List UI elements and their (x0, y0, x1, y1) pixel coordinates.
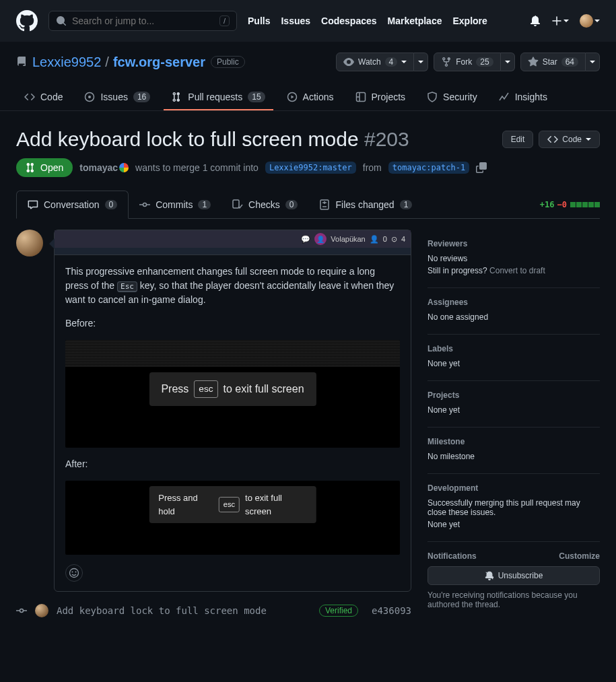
commit-sha[interactable]: e436093 (372, 605, 411, 616)
visibility-badge: Public (211, 56, 245, 68)
fullscreen-toast-before: Press esc to exit full screen (149, 372, 316, 406)
path-separator: / (105, 55, 109, 70)
add-reaction-button[interactable] (65, 564, 83, 582)
sidebar-notifications-title: Notifications (427, 551, 477, 561)
svg-point-8 (72, 572, 73, 573)
google-badge-icon (119, 163, 129, 172)
commit-timeline-item: Add keyboard lock to full screen mode Ve… (54, 600, 411, 621)
label-after: After: (65, 457, 400, 471)
svg-point-4 (143, 203, 147, 206)
sidebar-assignees-value: No one assigned (427, 312, 600, 322)
graph-icon (499, 92, 510, 102)
nav-explore[interactable]: Explore (452, 15, 487, 26)
caret-down-icon (563, 20, 569, 22)
caret-down-icon (594, 20, 600, 22)
diff-stat: +16 −0 (540, 200, 600, 209)
pr-title: Add keyboard lock to full screen mode #2… (16, 127, 494, 151)
code-icon (24, 92, 35, 102)
sidebar-labels-value: None yet (427, 359, 600, 368)
screenshot-before[interactable]: Press esc to exit full screen (65, 340, 400, 448)
comment-icon (28, 199, 38, 210)
diff-icon (319, 199, 330, 210)
sidebar-development-value2: None yet (427, 520, 600, 529)
commit-icon (16, 605, 27, 616)
repo-icon (16, 57, 27, 67)
draft-question: Still in progress? (427, 266, 487, 275)
pr-number: #203 (364, 128, 409, 150)
star-icon (528, 57, 539, 67)
create-dropdown[interactable] (551, 15, 569, 26)
prtab-conversation[interactable]: Conversation0 (16, 191, 129, 219)
tab-insights[interactable]: Insights (491, 85, 555, 110)
user-avatar-icon (580, 14, 593, 28)
repo-owner-link[interactable]: Lexxie9952 (32, 55, 101, 70)
commit-icon (139, 199, 150, 210)
nav-codespaces[interactable]: Codespaces (321, 15, 376, 26)
sidebar-milestone-title[interactable]: Milestone (427, 437, 600, 446)
user-menu[interactable] (580, 14, 600, 28)
bell-slash-icon (485, 571, 494, 580)
fork-button-group[interactable]: Fork25 (434, 53, 514, 71)
repo-name-link[interactable]: fcw.org-server (113, 55, 205, 70)
convert-to-draft-link[interactable]: Convert to draft (489, 266, 545, 275)
code-dropdown-button[interactable]: Code (539, 131, 600, 148)
head-branch[interactable]: tomayac:patch-1 (388, 162, 469, 174)
comment-author-avatar[interactable] (16, 230, 43, 257)
label-before: Before: (65, 316, 400, 331)
tab-actions[interactable]: Actions (279, 85, 342, 110)
code-icon (547, 134, 558, 145)
tab-projects[interactable]: Projects (347, 85, 414, 110)
sidebar-milestone-value: No milestone (427, 452, 600, 461)
edit-button[interactable]: Edit (502, 131, 534, 148)
search-input[interactable] (72, 15, 214, 26)
merge-text: from (363, 162, 382, 173)
search-icon (56, 15, 67, 26)
sidebar-development-value: Successfully merging this pull request m… (427, 498, 600, 517)
checklist-icon (232, 199, 243, 210)
pull-request-icon (172, 92, 182, 102)
sidebar-assignees-title[interactable]: Assignees (427, 298, 600, 307)
base-branch[interactable]: Lexxie9952:master (265, 162, 356, 174)
prtab-files[interactable]: Files changed1 (308, 191, 423, 218)
project-icon (355, 92, 366, 102)
unsubscribe-button[interactable]: Unsubscribe (427, 566, 600, 585)
tab-issues[interactable]: Issues16 (76, 85, 158, 110)
tab-code[interactable]: Code (16, 85, 71, 110)
commit-message[interactable]: Add keyboard lock to full screen mode (57, 605, 267, 616)
notification-note: You're receiving notifications because y… (427, 590, 600, 609)
svg-rect-5 (233, 200, 239, 208)
screenshot-after[interactable]: 💬 👤 Volapükan 👤0 ⊙4 Press and hold esc (65, 481, 400, 555)
nav-issues[interactable]: Issues (281, 15, 310, 26)
sidebar-development-title[interactable]: Development (427, 483, 600, 493)
svg-point-7 (70, 569, 79, 578)
sidebar-reviewers-value: No reviews (427, 254, 600, 263)
prtab-commits[interactable]: Commits1 (129, 191, 221, 218)
pull-request-icon (26, 162, 36, 173)
svg-point-9 (75, 572, 77, 573)
sidebar-labels-title[interactable]: Labels (427, 344, 600, 353)
sidebar-reviewers-title[interactable]: Reviewers (427, 239, 600, 248)
nav-pulls[interactable]: Pulls (248, 15, 270, 26)
fullscreen-toast-after: Press and hold esc to exit full screen (149, 486, 316, 523)
issue-icon (84, 92, 95, 102)
bell-icon[interactable] (530, 15, 541, 26)
commit-author-avatar[interactable] (35, 604, 48, 617)
github-logo-icon[interactable] (16, 10, 38, 32)
customize-link[interactable]: Customize (559, 551, 600, 561)
verified-badge[interactable]: Verified (319, 605, 358, 617)
copy-icon[interactable] (476, 162, 487, 173)
pr-author-link[interactable]: tomayac (79, 162, 129, 173)
nav-marketplace[interactable]: Marketplace (388, 15, 442, 26)
sidebar-projects-title[interactable]: Projects (427, 390, 600, 400)
smiley-icon (69, 568, 79, 578)
prtab-checks[interactable]: Checks0 (221, 191, 308, 218)
tab-pull-requests[interactable]: Pull requests15 (164, 85, 273, 110)
watch-button-group[interactable]: Watch4 (336, 53, 428, 71)
search-input-wrapper[interactable]: / (48, 11, 237, 31)
svg-point-10 (20, 609, 24, 613)
merge-text: wants to merge 1 commit into (135, 162, 259, 173)
tab-security[interactable]: Security (419, 85, 485, 110)
comment-paragraph: This progressive enhancement changes ful… (65, 265, 400, 307)
star-button-group[interactable]: Star64 (520, 53, 600, 71)
shield-icon (427, 92, 438, 102)
